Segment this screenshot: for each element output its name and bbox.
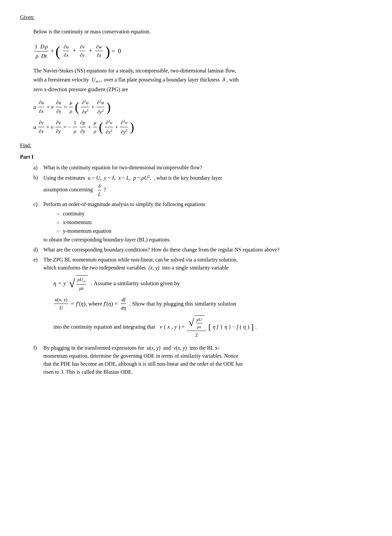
sub-item-x-momentum: x-momentum [57,218,205,226]
item-f: f) By plugging in the transformed expres… [33,344,372,376]
item-e: e) The ZPG BL momentum equation while no… [33,256,372,272]
ns-intro: The Navier-Stokes (NS) equations for a s… [33,66,372,94]
item-c: c) Perform an order-of-magnitude analysi… [33,200,372,244]
intro-text: Below is the continuity or mass conserva… [33,27,372,36]
part1-label: Part I [20,153,372,161]
continuity-equation: 1 Dρ ρ Dt + ( ∂u ∂x + ∂v ∂y [33,42,372,60]
u-equation: u(x, y) U = f′(η), where f′(η) = df dη .… [53,295,372,312]
ns-x-momentum: u ∂u ∂x + v ∂u ∂y = μ ρ ( ∂2u ∂x2 + ∂2u … [33,98,372,116]
v-equation-line: into the continuity equation and integra… [53,315,372,339]
item-a: a) What is the continuity equation for t… [33,164,372,172]
sub-item-y-momentum: y-momentum equation [57,227,205,235]
item-b: b) Using the estimates u ~ U, y ~ δ, x ~… [33,174,372,198]
given-label: Given: [20,13,372,21]
eta-equation: η = y √ ρU∞ μx . Assume a similarity sol… [53,275,372,292]
find-label: Find: [20,142,372,150]
sub-item-continuity: continuity [57,210,205,218]
item-d: d) What are the corresponding boundary c… [33,246,372,254]
ns-y-momentum: u ∂v ∂x + v ∂v ∂y = − 1 ρ ∂p ∂y + μ ρ ( … [33,118,372,136]
